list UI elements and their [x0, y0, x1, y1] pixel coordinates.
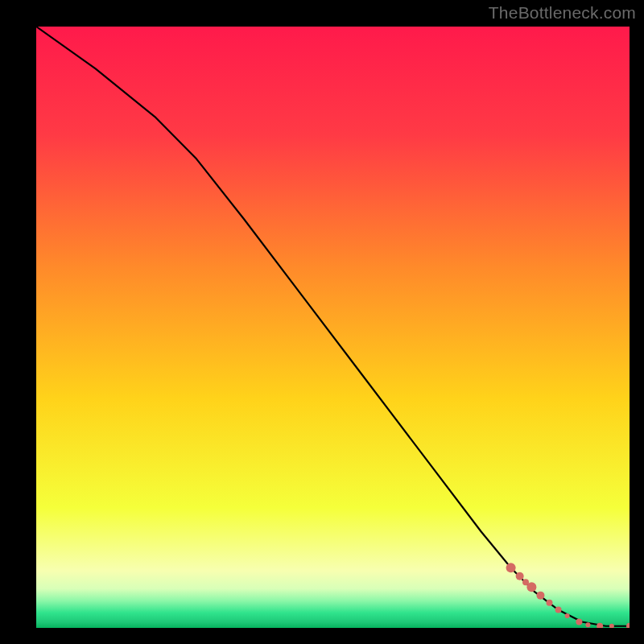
chart-frame: TheBottleneck.com — [0, 0, 644, 644]
marker-point — [576, 619, 582, 625]
bottleneck-chart — [0, 0, 644, 644]
marker-point — [585, 622, 590, 627]
marker-point — [565, 613, 570, 618]
marker-point — [597, 623, 603, 630]
marker-point — [609, 624, 614, 629]
marker-point — [536, 592, 544, 600]
marker-point — [555, 607, 562, 613]
marker-point — [526, 582, 536, 592]
marker-point — [506, 563, 516, 572]
plot-background — [36, 27, 630, 628]
marker-point — [547, 600, 553, 606]
marker-point — [626, 623, 633, 630]
marker-point — [516, 572, 524, 580]
